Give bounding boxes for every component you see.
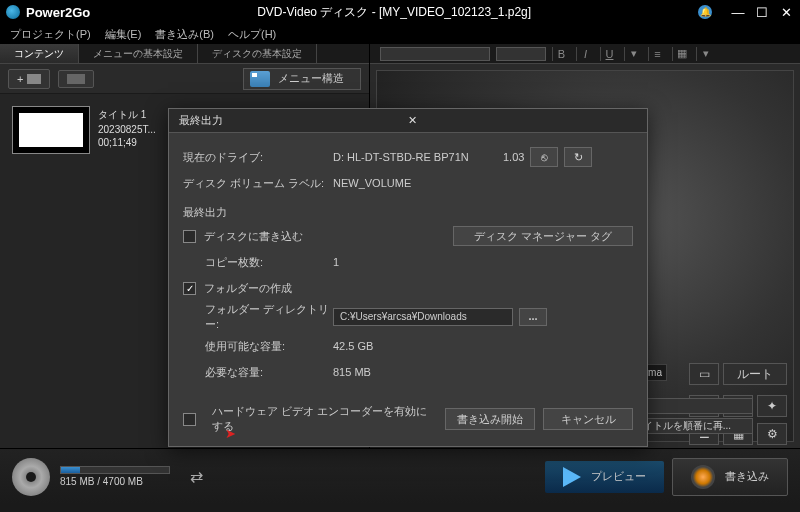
free-space-label: 使用可能な容量: — [205, 339, 333, 354]
drive-version: 1.03 — [503, 151, 524, 163]
font-select[interactable] — [380, 47, 490, 61]
preview-button[interactable]: プレビュー — [545, 461, 664, 493]
copies-label: コピー枚数: — [205, 255, 333, 270]
tab-disc-settings[interactable]: ディスクの基本設定 — [198, 44, 317, 63]
drive-settings-button[interactable]: ⎋ — [530, 147, 558, 167]
bold-button[interactable]: B — [552, 47, 570, 61]
align-button[interactable]: ≡ — [648, 47, 666, 61]
layout-button[interactable] — [58, 70, 94, 88]
menu-structure-label: メニュー構造 — [278, 71, 344, 86]
menu-burn[interactable]: 書き込み(B) — [149, 25, 220, 44]
final-output-dialog: 最終出力 ✕ 現在のドライブ: D: HL-DT-STBD-RE BP71N 1… — [168, 108, 648, 447]
create-folder-label: フォルダーの作成 — [204, 281, 292, 296]
refresh-drive-button[interactable]: ↻ — [564, 147, 592, 167]
left-tabs: コンテンツ メニューの基本設定 ディスクの基本設定 — [0, 44, 369, 64]
clip-date: 20230825T... — [98, 124, 156, 135]
start-burn-button[interactable]: 書き込み開始 — [445, 408, 535, 430]
footer: 815 MB / 4700 MB ⇄ プレビュー 書き込み — [0, 448, 800, 504]
clip-thumbnail — [12, 106, 90, 154]
add-media-button[interactable]: + — [8, 69, 50, 89]
maximize-button[interactable]: ☐ — [754, 5, 770, 19]
tab-content[interactable]: コンテンツ — [0, 44, 79, 63]
burn-disc-checkbox[interactable] — [183, 230, 196, 243]
menu-structure-button[interactable]: メニュー構造 — [243, 68, 361, 90]
close-button[interactable]: ✕ — [778, 5, 794, 19]
size-select[interactable] — [496, 47, 546, 61]
more-button[interactable]: ▾ — [696, 47, 714, 61]
root-button[interactable]: ルート — [723, 363, 787, 385]
swap-button[interactable]: ⇄ — [190, 467, 203, 486]
border-button[interactable]: ▦ — [672, 47, 690, 61]
free-space-value: 42.5 GB — [333, 340, 373, 352]
menu-project[interactable]: プロジェクト(P) — [4, 25, 97, 44]
menubar: プロジェクト(P) 編集(E) 書き込み(B) ヘルプ(H) — [0, 24, 800, 44]
capacity-text: 815 MB / 4700 MB — [60, 476, 170, 487]
burn-button[interactable]: 書き込み — [672, 458, 788, 496]
rect-icon — [67, 74, 85, 84]
titlebar: Power2Go DVD-Video ディスク - [MY_VIDEO_1021… — [0, 0, 800, 24]
notification-bell-icon[interactable]: 🔔 — [698, 5, 712, 19]
hw-encoder-label: ハードウェア ビデオ エンコーダーを有効にする — [212, 404, 437, 434]
burn-disc-icon — [691, 465, 715, 489]
create-folder-checkbox[interactable]: ✓ — [183, 282, 196, 295]
drive-value: D: HL-DT-STBD-RE BP71N — [333, 151, 493, 163]
burn-disc-label: ディスクに書き込む — [204, 229, 303, 244]
format-bar: B I U ▾ ≡ ▦ ▾ — [370, 44, 800, 64]
output-section-header: 最終出力 — [183, 205, 633, 220]
color-button[interactable]: ▾ — [624, 47, 642, 61]
cancel-button[interactable]: キャンセル — [543, 408, 633, 430]
clip-title: タイトル 1 — [98, 108, 156, 122]
directory-label: フォルダー ディレクトリー: — [205, 302, 333, 332]
directory-input[interactable]: C:¥Users¥arcsa¥Downloads — [333, 308, 513, 326]
copies-value: 1 — [333, 256, 339, 268]
play-icon — [563, 467, 581, 487]
capacity-bar — [60, 466, 170, 474]
needed-space-value: 815 MB — [333, 366, 371, 378]
hw-encoder-checkbox[interactable] — [183, 413, 196, 426]
volume-label: ディスク ボリューム ラベル: — [183, 176, 333, 191]
dialog-close-button[interactable]: ✕ — [408, 114, 637, 127]
volume-value: NEW_VOLUME — [333, 177, 411, 189]
drive-label: 現在のドライブ: — [183, 150, 333, 165]
italic-button[interactable]: I — [576, 47, 594, 61]
thumb-layout-button[interactable]: ▭ — [689, 363, 719, 385]
clip-duration: 00;11;49 — [98, 137, 156, 148]
window-title: DVD-Video ディスク - [MY_VIDEO_102123_1.p2g] — [90, 4, 698, 21]
disc-manager-tag-button[interactable]: ディスク マネージャー タグ — [453, 226, 633, 246]
dialog-title: 最終出力 — [179, 113, 408, 128]
minimize-button[interactable]: — — [730, 5, 746, 19]
app-logo-icon — [6, 5, 20, 19]
underline-button[interactable]: U — [600, 47, 618, 61]
film-icon — [27, 74, 41, 84]
menu-structure-icon — [250, 71, 270, 87]
needed-space-label: 必要な容量: — [205, 365, 333, 380]
menu-help[interactable]: ヘルプ(H) — [222, 25, 282, 44]
disc-icon — [12, 458, 50, 496]
browse-button[interactable]: ... — [519, 308, 547, 326]
tab-menu-settings[interactable]: メニューの基本設定 — [79, 44, 198, 63]
menu-edit[interactable]: 編集(E) — [99, 25, 148, 44]
app-name: Power2Go — [26, 5, 90, 20]
